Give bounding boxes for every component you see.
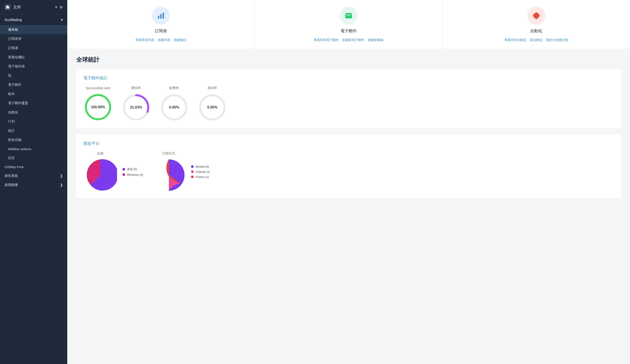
sidebar-item-email[interactable]: 電子郵件 [0, 80, 67, 90]
donut-label-click-rate: 點擊率 [170, 86, 179, 90]
email-card: 電子郵件 查看所有電子郵件 創建新電子郵件 創建新模板 [255, 0, 442, 49]
platform-section: 設備 [84, 152, 614, 192]
sidebar-item-ads-board[interactable]: 廣告看板 ❯ [0, 171, 67, 180]
open-method-chart-title: 打開方式 [152, 152, 186, 156]
donut-label-successfully-sent: Successfully sent [86, 86, 110, 90]
open-method-pie-svg [152, 158, 186, 192]
acymailing-label: AcyMailing [4, 18, 22, 22]
donut-open-rate: 開信率 31.03% [122, 86, 151, 122]
sidebar-item-news-feed[interactable]: 新聞聯播 ❯ [0, 180, 67, 190]
subscribers-card-title: 訂閱者 [73, 28, 249, 34]
main-content: 訂閱者 查看所有列表 創建列表 創建細分 電子郵件 查看所有電子郵件 創建新電子… [67, 0, 630, 364]
create-new-template-link[interactable]: 創建新模板 [368, 38, 384, 42]
legend-label-outlook: Outlook (1) [196, 170, 210, 174]
legend-item-windows: Windows (3) [122, 173, 143, 176]
subscribers-card-links: 查看所有列表 創建列表 創建細分 [73, 38, 249, 42]
legend-item-unknown: 未知 (5) [122, 167, 143, 171]
legend-dot-windows [122, 173, 125, 176]
new-mass-action-link[interactable]: 新的大規模行動 [546, 38, 568, 42]
donut-value-bounce-rate: 0.00% [207, 105, 217, 110]
open-method-legend: Mozilla (6) Outlook (1) Firefox (1) [191, 165, 210, 179]
email-stats-title: 電子郵件統計 [84, 75, 614, 81]
create-segment-link[interactable]: 創建細分 [174, 38, 186, 42]
donut-bounce-rate: 退信率 0.00% [198, 86, 227, 122]
cards-row: 訂閱者 查看所有列表 創建列表 創建細分 電子郵件 查看所有電子郵件 創建新電子… [67, 0, 630, 49]
chevron-right-icon: ❯ [60, 174, 63, 178]
sidebar-item-mailbox-actions[interactable]: Mailbox actions [0, 144, 67, 153]
sidebar-header-actions: ▾ ⊕ [55, 5, 63, 10]
acymailing-section[interactable]: AcyMailing ▾ [0, 14, 67, 25]
puzzle-icon [4, 4, 11, 10]
donut-container-bounce-rate: 0.00% [198, 93, 227, 122]
open-platform-title: 開放平台 [84, 141, 614, 146]
donut-container-open-rate: 31.03% [122, 93, 151, 122]
create-new-email-link[interactable]: 創建新電子郵件 [342, 38, 364, 42]
sidebar-item-dashboard[interactable]: 儀表板 [0, 25, 67, 34]
chart-bar-icon [152, 7, 170, 25]
sidebar-item-settings[interactable]: 設定 [0, 153, 67, 162]
new-automation-link[interactable]: 新自動化 [530, 38, 542, 42]
svg-rect-0 [158, 16, 160, 19]
donut-value-successfully-sent: 100.00% [91, 105, 105, 109]
legend-label-firefox: Firefox (1) [196, 175, 209, 179]
donut-value-open-rate: 31.03% [130, 105, 142, 110]
view-all-lists-link[interactable]: 查看所有列表 [136, 38, 154, 42]
sidebar-item-newsletter-list[interactable]: 電子報列表 [0, 62, 67, 71]
legend-label-windows: Windows (3) [127, 173, 143, 176]
email-stats-donuts: Successfully sent 100.00% 開信率 31.03% 點擊率 [84, 86, 614, 122]
sidebar-item-custom-fields[interactable]: 客製化欄位 [0, 53, 67, 62]
svg-rect-2 [163, 13, 164, 19]
donut-label-bounce-rate: 退信率 [208, 86, 217, 90]
open-method-pie-container [152, 158, 186, 192]
chevron-right-icon: ❯ [60, 183, 63, 187]
legend-label-unknown: 未知 (5) [127, 167, 137, 171]
donut-successfully-sent: Successfully sent 100.00% [84, 86, 112, 122]
open-platform-card: 開放平台 設備 [76, 134, 621, 198]
device-chart-title: 設備 [84, 152, 117, 156]
sidebar-item-osmap-free[interactable]: OSMap Free [0, 162, 67, 171]
legend-item-firefox: Firefox (1) [191, 175, 210, 179]
donut-container-click-rate: 0.00% [160, 93, 189, 122]
email-card-title: 電子郵件 [260, 28, 437, 34]
legend-dot-outlook [191, 170, 194, 173]
device-legend: 未知 (5) Windows (3) [122, 167, 143, 176]
sidebar-item-automation[interactable]: 自動化 [0, 108, 67, 117]
sidebar-item-stats[interactable]: 統計 [0, 126, 67, 136]
global-stats-section: 全球統計 電子郵件統計 Successfully sent 100.00% 開信… [67, 49, 630, 211]
subscribers-card: 訂閱者 查看所有列表 創建列表 創建細分 [67, 0, 255, 49]
legend-dot-unknown [122, 168, 125, 170]
donut-label-open-rate: 開信率 [132, 86, 141, 90]
chevron-down-icon: ▾ [61, 18, 63, 22]
sidebar-item-segment[interactable]: 段 [0, 71, 67, 80]
legend-label-mozilla: Mozilla (6) [196, 165, 209, 168]
donut-container-successfully-sent: 100.00% [84, 92, 112, 122]
legend-dot-mozilla [191, 165, 194, 168]
donut-value-click-rate: 0.00% [169, 105, 179, 110]
automation-card-links: 查看所有自動化 新自動化 新的大規模行動 [448, 38, 624, 42]
sidebar-header: 元件 ▾ ⊕ [0, 0, 67, 14]
sidebar-item-email-override[interactable]: 電子郵件覆蓋 [0, 98, 67, 108]
legend-item-mozilla: Mozilla (6) [191, 165, 210, 168]
view-all-emails-link[interactable]: 查看所有電子郵件 [314, 38, 339, 42]
legend-dot-firefox [191, 176, 194, 178]
sidebar-header-left: 元件 [4, 4, 21, 10]
gear-icon [527, 7, 545, 25]
legend-item-outlook: Outlook (1) [191, 170, 210, 174]
chevron-down-icon[interactable]: ▾ [55, 5, 57, 10]
automation-card-title: 自動化 [448, 28, 624, 34]
mail-icon [340, 7, 358, 25]
open-method-chart: 打開方式 [152, 152, 186, 192]
create-list-link[interactable]: 創建列表 [158, 38, 170, 42]
sidebar-item-subscription-form[interactable]: 訂閱表單 [0, 34, 67, 44]
grid-icon[interactable]: ⊕ [60, 5, 63, 10]
sidebar-item-subscribers[interactable]: 訂閱者 [0, 44, 67, 53]
sidebar: 元件 ▾ ⊕ AcyMailing ▾ 儀表板 訂閱表單 訂閱者 客製化欄位 電… [0, 0, 67, 364]
email-stats-card: 電子郵件統計 Successfully sent 100.00% 開信率 31.… [76, 69, 621, 128]
sidebar-item-addon[interactable]: 附加功能 [0, 136, 67, 144]
sidebar-item-template[interactable]: 範本 [0, 90, 67, 98]
device-pie-svg [84, 158, 117, 192]
automation-card: 自動化 查看所有自動化 新自動化 新的大規模行動 [442, 0, 630, 49]
device-chart: 設備 [84, 152, 117, 192]
sidebar-item-queue[interactable]: 仃列 [0, 117, 67, 126]
view-all-automation-link[interactable]: 查看所有自動化 [504, 38, 526, 42]
